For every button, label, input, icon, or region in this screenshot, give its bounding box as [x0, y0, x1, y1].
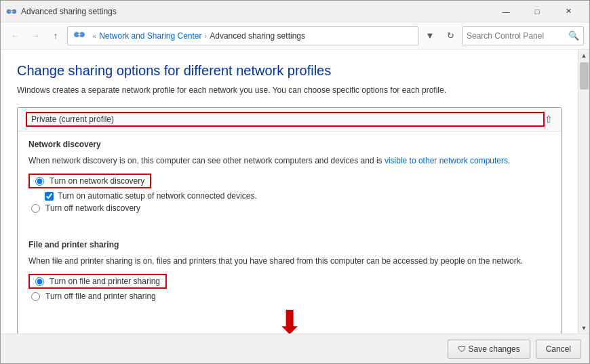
file-sharing-section: File and printer sharing When file and p… — [28, 240, 550, 301]
path-icon — [73, 28, 85, 43]
path-separator-2: › — [205, 32, 208, 40]
section-divider — [28, 222, 550, 230]
path-root[interactable]: Network and Sharing Center — [99, 31, 201, 41]
search-box: 🔍 — [462, 26, 584, 45]
fs-off-radio[interactable] — [31, 292, 40, 301]
path-current: Advanced sharing settings — [210, 31, 305, 41]
nd-on-highlighted: Turn on network discovery — [28, 174, 151, 188]
save-changes-button[interactable]: 🛡 Save changes — [448, 340, 530, 359]
window: Advanced sharing settings — □ ✕ ← → ↑ « … — [0, 0, 590, 364]
titlebar-controls: — □ ✕ — [490, 1, 584, 22]
private-profile-chevron: ⇧ — [545, 114, 553, 125]
search-input[interactable] — [467, 31, 568, 41]
nd-on-label[interactable]: Turn on network discovery — [50, 176, 144, 186]
arrow-container: ⬇ — [28, 306, 550, 333]
fs-on-radio[interactable] — [35, 277, 44, 286]
main-content: Change sharing options for different net… — [1, 49, 578, 333]
svg-point-3 — [11, 10, 13, 12]
address-path: « Network and Sharing Center › Advanced … — [67, 26, 418, 45]
page-description: Windows creates a separate network profi… — [17, 84, 562, 96]
fs-on-highlighted: Turn on file and printer sharing — [28, 274, 167, 289]
down-arrow-icon: ⬇ — [276, 306, 303, 333]
save-icon: 🛡 — [458, 344, 466, 354]
maximize-button[interactable]: □ — [522, 1, 553, 22]
scroll-track — [578, 61, 589, 322]
nd-auto-setup-option: Turn on automatic setup of network conne… — [45, 191, 550, 201]
save-label: Save changes — [469, 344, 520, 354]
nd-off-option[interactable]: Turn off network discovery — [31, 203, 550, 213]
file-sharing-desc: When file and printer sharing is on, fil… — [28, 255, 550, 267]
file-sharing-title: File and printer sharing — [28, 240, 550, 249]
up-button[interactable]: ↑ — [47, 27, 64, 45]
addressbar: ← → ↑ « Network and Sharing Center › Adv… — [1, 22, 589, 49]
scrollbar: ▲ ▼ — [578, 49, 589, 333]
fs-off-option[interactable]: Turn off file and printer sharing — [31, 291, 550, 301]
scroll-thumb[interactable] — [580, 62, 589, 89]
svg-point-7 — [78, 33, 81, 36]
private-profile-content: Network discovery When network discovery… — [18, 132, 561, 333]
network-discovery-title: Network discovery — [28, 140, 550, 149]
network-discovery-section: Network discovery When network discovery… — [28, 140, 550, 213]
fs-on-label[interactable]: Turn on file and printer sharing — [50, 277, 160, 286]
nd-on-option[interactable]: Turn on network discovery — [28, 174, 550, 188]
page-title: Change sharing options for different net… — [17, 63, 562, 79]
scroll-up-button[interactable]: ▲ — [578, 49, 590, 61]
footer: 🛡 Save changes Cancel — [1, 333, 589, 363]
path-dropdown-button[interactable]: ▼ — [421, 27, 439, 45]
network-discovery-desc: When network discovery is on, this compu… — [28, 155, 550, 167]
fs-off-label[interactable]: Turn off file and printer sharing — [45, 291, 156, 301]
content-area: Change sharing options for different net… — [1, 49, 589, 333]
refresh-button[interactable]: ↻ — [441, 27, 459, 45]
scroll-down-button[interactable]: ▼ — [578, 322, 590, 333]
fs-on-option[interactable]: Turn on file and printer sharing — [28, 274, 550, 289]
private-profile-header[interactable]: Private (current profile) ⇧ — [18, 108, 561, 132]
nd-on-radio[interactable] — [35, 177, 44, 186]
titlebar-icon — [6, 6, 17, 17]
cancel-button[interactable]: Cancel — [536, 340, 581, 359]
back-button[interactable]: ← — [6, 27, 24, 45]
path-separator-1: « — [92, 32, 96, 40]
titlebar-title: Advanced sharing settings — [21, 7, 490, 16]
private-profile-section: Private (current profile) ⇧ Network disc… — [17, 107, 562, 333]
forward-button[interactable]: → — [26, 27, 44, 45]
search-icon: 🔍 — [568, 31, 579, 41]
nd-off-radio[interactable] — [31, 204, 40, 213]
nd-auto-checkbox[interactable] — [45, 192, 54, 201]
private-profile-title: Private (current profile) — [26, 112, 545, 127]
titlebar: Advanced sharing settings — □ ✕ — [1, 1, 589, 22]
nd-auto-label[interactable]: Turn on automatic setup of network conne… — [58, 191, 257, 201]
close-button[interactable]: ✕ — [553, 1, 584, 22]
minimize-button[interactable]: — — [490, 1, 522, 22]
nd-off-label[interactable]: Turn off network discovery — [45, 203, 140, 213]
